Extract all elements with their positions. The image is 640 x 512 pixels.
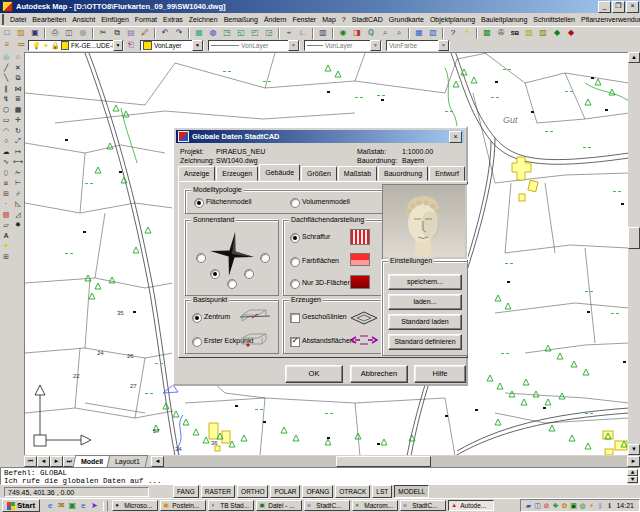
dialog-titlebar[interactable]: Globale Daten StadtCAD xyxy=(176,130,464,143)
checkbox-geschosslinien[interactable]: ✓ xyxy=(290,313,300,323)
outlook-icon[interactable]: ✉ xyxy=(56,501,66,511)
mline-icon[interactable]: ∥ xyxy=(1,84,11,94)
color-combo[interactable]: VonLayer ▼ xyxy=(140,40,204,51)
taskbar-task-1[interactable]: ●Microso... xyxy=(112,500,158,511)
sun-west-radio[interactable] xyxy=(196,253,206,263)
close-button[interactable]: × xyxy=(626,1,639,13)
scroll-down-icon[interactable]: ▼ xyxy=(627,476,638,483)
xline-icon[interactable]: ╲ xyxy=(1,73,11,83)
scroll-up-icon[interactable]: ▲ xyxy=(628,52,640,63)
chevron-down-icon[interactable]: ▼ xyxy=(192,40,203,51)
menu-item-bemaung[interactable]: Bemaßung xyxy=(221,15,261,24)
snap-marker-icon[interactable]: ◎ xyxy=(1,52,11,62)
command-line[interactable]: Befehl: GLOBAL Ich rufe die globalen Dat… xyxy=(0,467,640,485)
ucs-marker-icon[interactable]: ⌂ xyxy=(13,52,23,62)
ie-icon[interactable]: e xyxy=(45,501,55,511)
menu-item-format[interactable]: Format xyxy=(132,15,160,24)
mirror-icon[interactable]: ⋈ xyxy=(13,84,23,94)
dialog-tab-mastab[interactable]: Maßstab xyxy=(338,166,377,181)
radio-schraffur[interactable] xyxy=(290,233,300,243)
ellipse-icon[interactable]: ⬯ xyxy=(1,168,11,178)
ok-button[interactable]: OK xyxy=(285,365,343,383)
tray-power-icon[interactable]: ⚡ xyxy=(587,502,595,510)
make-layer-current-icon[interactable]: ⎗ xyxy=(125,39,138,52)
tray-display-icon[interactable]: ▰ xyxy=(524,502,532,510)
menu-item-ndern[interactable]: Ändern xyxy=(261,15,290,24)
polygon-icon[interactable]: ⬡ xyxy=(1,105,11,115)
scale-icon[interactable]: ⤢ xyxy=(13,136,23,146)
dialog-tab-erzeugen[interactable]: Erzeugen xyxy=(216,166,258,181)
menu-item-zeichnen[interactable]: Zeichnen xyxy=(186,15,221,24)
copy-object-icon[interactable]: ⧉ xyxy=(13,73,23,83)
layer-combo[interactable]: 💡 ☀ 🔒 FK-GE...UDE-LI ▼ xyxy=(28,40,124,51)
rectangle-icon[interactable]: ▭ xyxy=(1,115,11,125)
point-icon[interactable]: · xyxy=(1,199,11,209)
menu-item-grundkarte[interactable]: Grundkarte xyxy=(386,15,427,24)
toggle-raster[interactable]: RASTER xyxy=(201,485,235,498)
tray-mixer-icon[interactable]: ▣ xyxy=(569,502,577,510)
einstellungen-button-4[interactable]: Standard definieren xyxy=(388,334,462,350)
lman-grid-icon[interactable]: ⊞ xyxy=(1,252,11,262)
revcloud-icon[interactable]: ☁ xyxy=(1,147,11,157)
sun-southeast-radio[interactable] xyxy=(244,269,254,279)
dialog-tab-bauordnung[interactable]: Bauordnung xyxy=(378,166,428,181)
toggle-polar[interactable]: POLAR xyxy=(270,485,300,498)
tab-next-icon[interactable]: ► xyxy=(50,456,63,467)
scroll-up-icon[interactable]: ▲ xyxy=(627,469,638,476)
horizontal-scrollbar[interactable]: ◄ ► xyxy=(151,456,640,467)
radio-flaechenmodell[interactable] xyxy=(194,198,204,208)
menu-item-pflanzenverwendung[interactable]: Pflanzenverwendung xyxy=(578,15,640,24)
hatch-icon[interactable]: ▨ xyxy=(1,210,11,220)
menu-item-schnittstellen[interactable]: Schnittstellen xyxy=(530,15,578,24)
tray-norton-icon[interactable]: ⊘ xyxy=(542,502,550,510)
radio-eckpunkt[interactable] xyxy=(192,337,202,347)
sun-southwest-radio[interactable] xyxy=(210,269,220,279)
checkbox-abstandsflaechen[interactable]: ✓ xyxy=(290,337,300,347)
radio-volumenmodell[interactable] xyxy=(290,198,300,208)
menu-item-ansicht[interactable]: Ansicht xyxy=(69,15,98,24)
layers-dialog-icon[interactable]: ≡ xyxy=(1,39,14,52)
tray-net-icon[interactable]: ◍ xyxy=(578,502,586,510)
rotate-icon[interactable]: ↻ xyxy=(13,126,23,136)
hscroll-thumb[interactable] xyxy=(336,456,431,467)
start-button[interactable]: Start xyxy=(2,499,40,512)
chevron-down-icon[interactable]: ▼ xyxy=(370,40,381,51)
radio-zentrum[interactable] xyxy=(192,313,202,323)
erase-icon[interactable]: ✕ xyxy=(13,63,23,73)
tab-first-icon[interactable]: ⏮ xyxy=(24,456,37,467)
ie2-icon[interactable]: e xyxy=(78,501,88,511)
plotstyle-combo[interactable]: VonFarbe ▼ xyxy=(386,40,450,51)
offset-icon[interactable]: ≣ xyxy=(13,94,23,104)
toggle-modell[interactable]: MODELL xyxy=(394,485,429,498)
toggle-ortho[interactable]: ORTHO xyxy=(237,485,268,498)
einstellungen-button-2[interactable]: laden... xyxy=(388,294,462,310)
tray-update-icon[interactable]: ❖ xyxy=(551,502,559,510)
layer-on-icon[interactable]: 💡 xyxy=(32,42,41,50)
trim-icon[interactable]: ✁ xyxy=(13,168,23,178)
taskbar-task-6[interactable]: ●Macrom... xyxy=(352,500,398,511)
taskbar-task-2[interactable]: ▣Postein... xyxy=(160,500,206,511)
tab-layout1[interactable]: Layout1 xyxy=(107,455,148,467)
einstellungen-button-1[interactable]: speichern... xyxy=(388,274,462,290)
dialog-close-button[interactable]: × xyxy=(449,131,462,143)
explode-icon[interactable]: ✸ xyxy=(13,220,23,230)
hscroll-right-icon[interactable]: ► xyxy=(627,456,640,467)
polyline-icon[interactable]: ↯ xyxy=(1,94,11,104)
chamfer-icon[interactable]: ◺ xyxy=(13,199,23,209)
tray-scanner-icon[interactable]: ✿ xyxy=(560,502,568,510)
toggle-otrack[interactable]: OTRACK xyxy=(335,485,370,498)
scroll-down-icon[interactable]: ▼ xyxy=(628,444,640,455)
media-icon[interactable]: ➤ xyxy=(89,501,99,511)
lineweight-combo[interactable]: VonLayer ▼ xyxy=(304,40,382,51)
menu-item-bearbeiten[interactable]: Bearbeiten xyxy=(29,15,69,24)
stretch-icon[interactable]: ↦ xyxy=(13,147,23,157)
taskbar-task-4[interactable]: ▣Datei - ... xyxy=(256,500,302,511)
einstellungen-button-3[interactable]: Standard laden xyxy=(388,314,462,330)
dialog-tab-gren[interactable]: Größen xyxy=(301,166,337,181)
layer-states-icon[interactable]: ≔ xyxy=(15,39,28,52)
dialog-tab-entwurf[interactable]: Entwurf xyxy=(429,166,465,181)
toggle-lst[interactable]: LST xyxy=(372,485,392,498)
menu-item-einfgen[interactable]: Einfügen xyxy=(98,15,132,24)
break-icon[interactable]: ⌿ xyxy=(13,189,23,199)
chevron-down-icon[interactable]: ▼ xyxy=(288,40,299,51)
